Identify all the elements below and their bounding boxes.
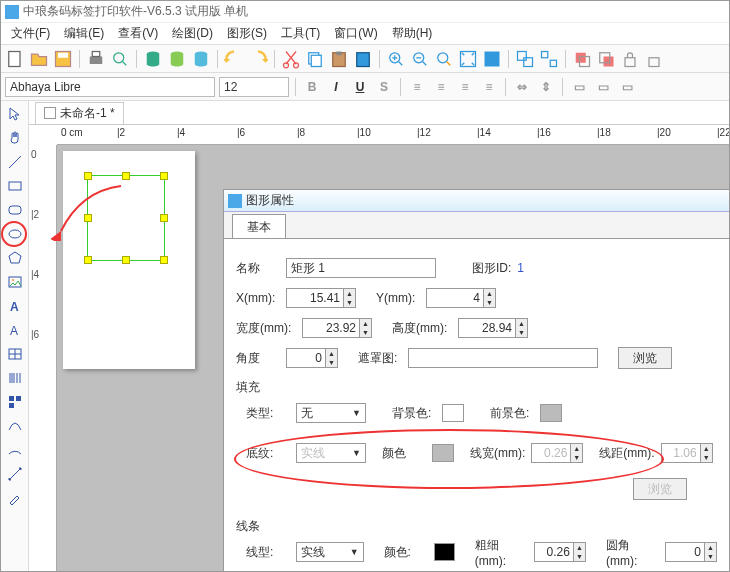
preview-icon[interactable]	[110, 49, 130, 69]
strike-icon[interactable]: S	[374, 77, 394, 97]
italic-icon[interactable]: I	[326, 77, 346, 97]
resize-handle[interactable]	[122, 172, 130, 180]
zoomout-icon[interactable]	[410, 49, 430, 69]
round-input[interactable]: ▲▼	[665, 542, 717, 562]
undo-icon[interactable]	[224, 49, 244, 69]
resize-handle[interactable]	[160, 172, 168, 180]
svg-rect-41	[9, 403, 14, 408]
menu-help[interactable]: 帮助(H)	[386, 23, 439, 44]
align-left-icon[interactable]: ≡	[407, 77, 427, 97]
db1-icon[interactable]	[143, 49, 163, 69]
qrcode-tool-icon[interactable]	[4, 391, 26, 413]
canvas[interactable]: 图形属性 基本 名称 矩形 1 图形ID: 1 X(mm): ▲▼ Y(m	[57, 145, 729, 571]
menu-draw[interactable]: 绘图(D)	[166, 23, 219, 44]
menu-view[interactable]: 查看(V)	[112, 23, 164, 44]
roundrect-tool-icon[interactable]	[4, 199, 26, 221]
doc-tab[interactable]: 未命名-1 *	[35, 102, 124, 124]
zoomin-icon[interactable]	[386, 49, 406, 69]
align-right-icon[interactable]: ≡	[455, 77, 475, 97]
svg-rect-29	[625, 57, 635, 66]
label-page[interactable]	[63, 151, 195, 369]
zoomsel-icon[interactable]	[482, 49, 502, 69]
y-input[interactable]: ▲▼	[426, 288, 496, 308]
svg-rect-15	[357, 52, 370, 66]
open-icon[interactable]	[29, 49, 49, 69]
lcolor-swatch[interactable]	[434, 543, 455, 561]
bold-icon[interactable]: B	[302, 77, 322, 97]
size-combo[interactable]: 12	[219, 77, 289, 97]
thick-input[interactable]: ▲▼	[534, 542, 586, 562]
redo-icon[interactable]	[248, 49, 268, 69]
menu-file[interactable]: 文件(F)	[5, 23, 56, 44]
cut-icon[interactable]	[281, 49, 301, 69]
align-center-icon[interactable]: ≡	[431, 77, 451, 97]
ruler-horizontal: 0 cm |2 |4 |6 |8 |10 |12 |14 |16 |18 |20…	[57, 125, 729, 145]
table-tool-icon[interactable]	[4, 343, 26, 365]
mask-input[interactable]	[408, 348, 598, 368]
db2-icon[interactable]	[167, 49, 187, 69]
misc3-icon[interactable]: ▭	[617, 77, 637, 97]
selected-rectangle[interactable]	[87, 175, 165, 261]
resize-handle[interactable]	[160, 256, 168, 264]
browse-button[interactable]: 浏览	[618, 347, 672, 369]
window-title: 中琅条码标签打印软件-V6.5.3 试用版 单机	[23, 3, 248, 20]
eyedrop-tool-icon[interactable]	[4, 487, 26, 509]
bg-swatch[interactable]	[442, 404, 464, 422]
ungroup-icon[interactable]	[539, 49, 559, 69]
ellipse-tool-icon[interactable]	[4, 223, 26, 245]
front-icon[interactable]	[572, 49, 592, 69]
misc2-icon[interactable]: ▭	[593, 77, 613, 97]
align-justify-icon[interactable]: ≡	[479, 77, 499, 97]
resize-handle[interactable]	[122, 256, 130, 264]
arc-tool-icon[interactable]	[4, 439, 26, 461]
fill-type-select[interactable]: 无▼	[296, 403, 366, 423]
resize-handle[interactable]	[84, 172, 92, 180]
resize-handle[interactable]	[84, 256, 92, 264]
back-icon[interactable]	[596, 49, 616, 69]
save-icon[interactable]	[53, 49, 73, 69]
h-input[interactable]: ▲▼	[458, 318, 528, 338]
menu-window[interactable]: 窗口(W)	[328, 23, 383, 44]
new-icon[interactable]	[5, 49, 25, 69]
barcode-tool-icon[interactable]	[4, 367, 26, 389]
tab-basic[interactable]: 基本	[232, 214, 286, 238]
image-tool-icon[interactable]	[4, 271, 26, 293]
name-input[interactable]: 矩形 1	[286, 258, 436, 278]
lock-icon[interactable]	[620, 49, 640, 69]
copy-icon[interactable]	[305, 49, 325, 69]
measure-tool-icon[interactable]	[4, 463, 26, 485]
menu-tools[interactable]: 工具(T)	[275, 23, 326, 44]
print-icon[interactable]	[86, 49, 106, 69]
zoom100-icon[interactable]	[434, 49, 454, 69]
resize-handle[interactable]	[160, 214, 168, 222]
db3-icon[interactable]	[191, 49, 211, 69]
font-combo[interactable]: Abhaya Libre	[5, 77, 215, 97]
zoomfit-icon[interactable]	[458, 49, 478, 69]
type-label: 类型:	[246, 405, 290, 422]
x-input[interactable]: ▲▼	[286, 288, 356, 308]
spacing2-icon[interactable]: ⇕	[536, 77, 556, 97]
text-tool-icon[interactable]: A	[4, 295, 26, 317]
hand-tool-icon[interactable]	[4, 127, 26, 149]
svg-point-33	[9, 230, 21, 238]
group-icon[interactable]	[515, 49, 535, 69]
line-tool-icon[interactable]	[4, 151, 26, 173]
paste2-icon[interactable]	[353, 49, 373, 69]
polygon-tool-icon[interactable]	[4, 247, 26, 269]
fg-swatch[interactable]	[540, 404, 562, 422]
pointer-tool-icon[interactable]	[4, 103, 26, 125]
unlock-icon[interactable]	[644, 49, 664, 69]
richtext-tool-icon[interactable]: A	[4, 319, 26, 341]
rect-tool-icon[interactable]	[4, 175, 26, 197]
line-type-select[interactable]: 实线▼	[296, 542, 364, 562]
spacing1-icon[interactable]: ⇔	[512, 77, 532, 97]
underline-icon[interactable]: U	[350, 77, 370, 97]
angle-input[interactable]: ▲▼	[286, 348, 338, 368]
resize-handle[interactable]	[84, 214, 92, 222]
menu-edit[interactable]: 编辑(E)	[58, 23, 110, 44]
menu-shape[interactable]: 图形(S)	[221, 23, 273, 44]
w-input[interactable]: ▲▼	[302, 318, 372, 338]
curve-tool-icon[interactable]	[4, 415, 26, 437]
paste-icon[interactable]	[329, 49, 349, 69]
misc1-icon[interactable]: ▭	[569, 77, 589, 97]
